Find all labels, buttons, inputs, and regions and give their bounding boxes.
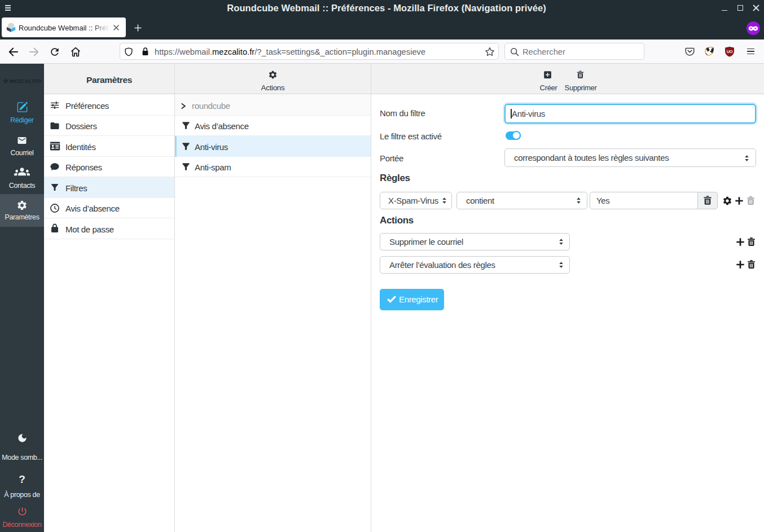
svg-text:UO: UO — [727, 49, 733, 54]
